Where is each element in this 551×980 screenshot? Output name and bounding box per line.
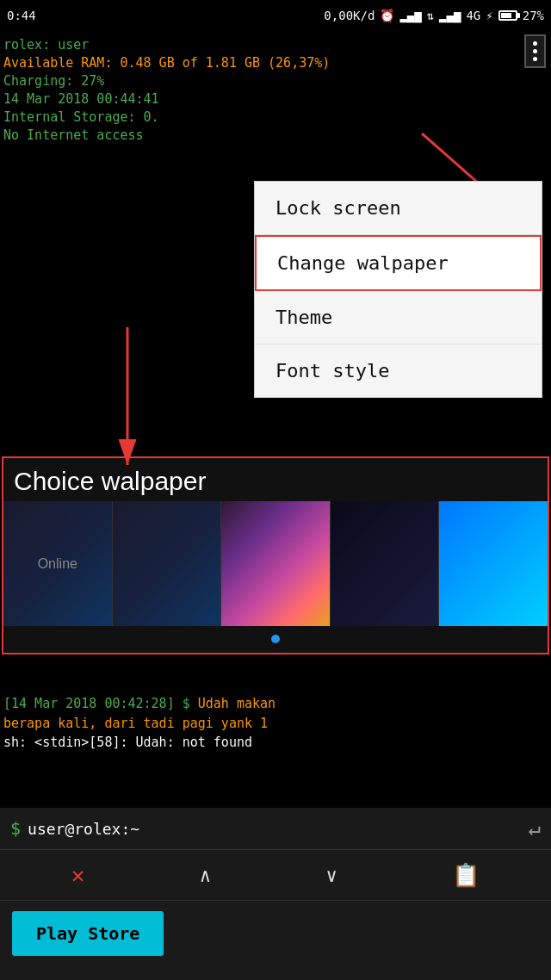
dot1 (533, 41, 537, 46)
three-dots-menu[interactable] (524, 34, 546, 68)
enter-icon[interactable]: ↵ (529, 816, 541, 840)
online-label: Online (38, 556, 77, 572)
carousel-indicator (3, 626, 548, 653)
input-row: $ user@rolex:~ ↵ (0, 808, 551, 850)
network-type: 4G (466, 9, 480, 22)
terminal-line-3: Charging: 27% (3, 72, 548, 90)
wallpaper-row[interactable]: Online (3, 501, 548, 626)
choice-walpaper-title: Choice walpaper (3, 458, 548, 501)
menu-item-font-style[interactable]: Font style (255, 344, 542, 397)
menu-item-change-walpaper[interactable]: Change walpaper (255, 235, 542, 291)
menu-item-theme[interactable]: Theme (255, 291, 542, 344)
terminal-left-area (0, 220, 254, 461)
signal-icon2: ⇅ (427, 9, 434, 22)
bt-line1: [14 Mar 2018 00:42:28] $ Udah makan (3, 694, 548, 714)
close-button[interactable]: ✕ (71, 862, 85, 888)
terminal-line-6: No Internet access (3, 127, 548, 145)
terminal-line-2: Available RAM: 0.48 GB of 1.81 GB (26,37… (3, 54, 548, 72)
bt-line2: berapa kali, dari tadi pagi yank 1 (3, 714, 548, 734)
terminal-output: rolex: user Available RAM: 0.48 GB of 1.… (0, 31, 551, 150)
keyboard-controls: ✕ ∧ ∨ 📋 (0, 850, 551, 901)
network-status: 0,00K/d ⏰ ▂▄▆ ⇅ ▂▄▆ 4G ⚡ 27% (324, 9, 544, 22)
down-button[interactable]: ∨ (326, 865, 337, 886)
lightning-icon: ⚡ (486, 9, 492, 22)
wallpaper-dark[interactable] (113, 501, 222, 626)
signal-icon: ▂▄▆ (399, 9, 421, 22)
wallpaper-dark2[interactable] (331, 501, 440, 626)
play-store-row: Play Store (0, 901, 551, 966)
bt-line3: sh: <stdin>[58]: Udah: not found (3, 733, 548, 753)
indicator-dot (271, 635, 280, 643)
play-store-button[interactable]: Play Store (12, 911, 164, 956)
battery-icon (498, 10, 517, 21)
terminal-line-4: 14 Mar 2018 00:44:41 (3, 90, 548, 109)
signal-icon3: ▂▄▆ (439, 9, 461, 22)
wallpaper-online[interactable]: Online (3, 501, 113, 626)
wallpaper-purple[interactable] (221, 501, 331, 626)
up-button[interactable]: ∧ (200, 865, 211, 886)
terminal-line-1: rolex: user (3, 36, 548, 54)
dot2 (533, 49, 537, 53)
network-speed: 0,00K/d (324, 9, 375, 22)
user-input[interactable]: user@rolex:~ (28, 820, 529, 838)
prompt-symbol: $ (10, 818, 21, 839)
choice-walpaper-box: Choice walpaper Online (2, 456, 549, 654)
terminal-line-5: Internal Storage: 0. (3, 109, 548, 127)
battery-percent: 27% (523, 9, 544, 22)
menu-item-lock-screen[interactable]: Lock screen (255, 182, 542, 235)
status-bar: 0:44 0,00K/d ⏰ ▂▄▆ ⇅ ▂▄▆ 4G ⚡ 27% (0, 0, 551, 31)
time: 0:44 (7, 9, 36, 22)
clipboard-button[interactable]: 📋 (452, 862, 480, 888)
bottom-terminal: [14 Mar 2018 00:42:28] $ Udah makan bera… (0, 689, 551, 758)
context-menu: Lock screen Change walpaper Theme Font s… (254, 181, 542, 398)
dot3 (533, 57, 537, 61)
clock-icon: ⏰ (380, 9, 394, 22)
wallpaper-blue[interactable] (439, 501, 548, 626)
bottom-bar: $ user@rolex:~ ↵ ✕ ∧ ∨ 📋 Play Store (0, 808, 551, 980)
